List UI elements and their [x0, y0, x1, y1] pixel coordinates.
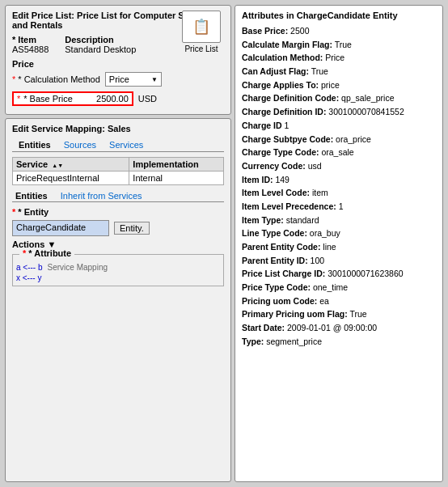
entity-tab-entities[interactable]: Entities: [12, 190, 51, 201]
attr-value: 100: [308, 256, 324, 265]
attribute-content: a <--- b x <--- y Service Mapping: [16, 263, 220, 282]
service-mapping-panel: Edit Service Mapping: Sales Entities Sou…: [5, 118, 231, 482]
item-desc-value: Standard Desktop: [65, 44, 136, 54]
attributes-title: Attributes in ChargeCandidate Entity: [242, 11, 436, 20]
attr-item: Item Type: standard: [242, 214, 436, 227]
attr-key: Charge Definition Code:: [242, 93, 339, 103]
attr-item: Price Type Code: one_time: [242, 282, 436, 294]
attr-value: ora_buy: [307, 228, 340, 238]
attr-key: Type:: [242, 337, 264, 346]
attr-item: Pricing uom Code: ea: [242, 295, 436, 307]
attr-key: Charge Subtpye Code:: [242, 134, 333, 144]
service-table-row: PriceRequestInternal Internal: [13, 172, 224, 185]
attr-key: Line Type Code:: [242, 228, 307, 238]
attr-key: Currency Code:: [242, 161, 306, 171]
attr-item: Primary Pricing uom Flag: True: [242, 308, 436, 320]
attr-item: Parent Entity Code: line: [242, 241, 436, 253]
attr-key: Calculate Margin Flag:: [242, 40, 332, 49]
arrow-legend: a <--- b x <--- y: [16, 263, 43, 282]
service-mapping-title: Edit Service Mapping: Sales: [12, 124, 224, 133]
attr-value: price: [319, 80, 340, 90]
attr-item: Item ID: 149: [242, 174, 436, 186]
attr-item: Charge Applies To: price: [242, 79, 436, 91]
attr-item: Item Level Code: item: [242, 187, 436, 199]
attr-value: True: [309, 66, 328, 76]
attr-item: Item Level Precedence: 1: [242, 201, 436, 213]
attr-key: Primary Pricing uom Flag:: [242, 309, 348, 319]
calc-method-value: Price: [109, 74, 129, 84]
attr-value: item: [310, 188, 328, 197]
attr-value: usd: [306, 161, 322, 171]
attr-value: 2009-01-01 @ 09:00:00: [285, 323, 377, 332]
attr-value: ora_price: [333, 134, 371, 144]
base-price-input[interactable]: [76, 94, 129, 104]
attr-item: Line Type Code: ora_buy: [242, 227, 436, 239]
item-column-header: * Item: [12, 35, 49, 44]
attr-value: one_time: [311, 282, 348, 292]
attr-item: Charge Definition Code: qp_sale_price: [242, 92, 436, 104]
attr-value: standard: [284, 215, 319, 225]
attr-value: line: [320, 242, 336, 252]
attr-value: 3001000070841552: [326, 107, 404, 116]
attr-item: Calculate Margin Flag: True: [242, 39, 436, 51]
attr-value: True: [348, 309, 367, 319]
tab-services[interactable]: Services: [103, 138, 150, 151]
price-section-title: Price: [12, 59, 224, 69]
attr-key: Parent Entity Code:: [242, 242, 320, 252]
attr-value: ora_sale: [319, 147, 353, 157]
desc-column-header: Description: [65, 35, 136, 44]
entity-button[interactable]: Entity.: [114, 222, 150, 235]
attr-key: Item Level Code:: [242, 188, 310, 197]
attr-item: Charge Subtpye Code: ora_price: [242, 133, 436, 146]
attr-key: Start Date:: [242, 323, 285, 332]
price-list-icon-container: 📋 Price List: [177, 11, 226, 53]
attr-item: Base Price: 2500: [242, 25, 436, 37]
service-table: Service ▲▼ Implementation PriceRequestIn…: [12, 157, 224, 185]
service-mapping-tabs: Entities Sources Services: [12, 138, 224, 152]
attr-key: Price Type Code:: [242, 282, 311, 292]
tab-entities[interactable]: Entities: [12, 138, 57, 151]
tab-sources[interactable]: Sources: [57, 138, 103, 151]
calc-method-select[interactable]: Price ▼: [105, 72, 162, 87]
price-list-icon-label: Price List: [177, 44, 226, 53]
attributes-list: Base Price: 2500Calculate Margin Flag: T…: [242, 25, 436, 348]
attr-value: 1: [282, 121, 290, 130]
attr-key: Charge Type Code:: [242, 147, 319, 157]
sort-icons[interactable]: ▲▼: [52, 163, 63, 168]
attr-key: Charge ID: [242, 121, 282, 130]
attr-value: 3001000071623860: [325, 269, 403, 278]
base-price-box: * * Base Price: [12, 91, 133, 106]
item-code-value: AS54888: [12, 44, 49, 54]
attr-value: Price: [323, 53, 344, 62]
attr-item: Charge ID 1: [242, 120, 436, 132]
base-price-label: * Base Price: [23, 94, 73, 104]
attr-item: Can Adjust Flag: True: [242, 66, 436, 78]
calc-method-label: * * Calculation Method: [12, 74, 100, 84]
base-price-required-star: *: [17, 94, 20, 104]
attr-value: 1: [336, 201, 344, 211]
arrow2: x <--- y: [16, 273, 43, 282]
entity-input[interactable]: ChargeCandidate: [12, 220, 109, 236]
attr-item: Calculation Method: Price: [242, 52, 436, 64]
attr-item: Charge Definition ID: 3001000070841552: [242, 106, 436, 118]
entity-required-star: *: [12, 207, 15, 217]
attr-value: segment_price: [264, 337, 322, 346]
attr-value: 2500: [288, 26, 309, 36]
attr-value: qp_sale_price: [339, 93, 394, 103]
attr-key: Price List Charge ID:: [242, 269, 325, 278]
attr-key: Item ID:: [242, 175, 273, 184]
entity-tab-inherit[interactable]: Inherit from Services: [57, 190, 146, 201]
attr-item: Price List Charge ID: 3001000071623860: [242, 268, 436, 280]
attr-key: Item Level Precedence:: [242, 201, 336, 211]
price-list-panel: Edit Price List: Price List for Computer…: [5, 5, 231, 115]
attr-value: True: [332, 40, 352, 49]
attr-key: Pricing uom Code:: [242, 296, 317, 306]
attr-item: Parent Entity ID: 100: [242, 255, 436, 267]
entity-tabs: Entities Inherit from Services: [12, 190, 224, 202]
attribute-section: * * Attribute a <--- b x <--- y Service …: [12, 254, 224, 286]
calc-required-star: *: [12, 74, 15, 84]
attr-key: Charge Applies To:: [242, 80, 319, 90]
service-name-cell: PriceRequestInternal: [13, 172, 129, 185]
currency-label: USD: [138, 94, 157, 104]
service-mapping-label: Service Mapping: [48, 263, 108, 282]
